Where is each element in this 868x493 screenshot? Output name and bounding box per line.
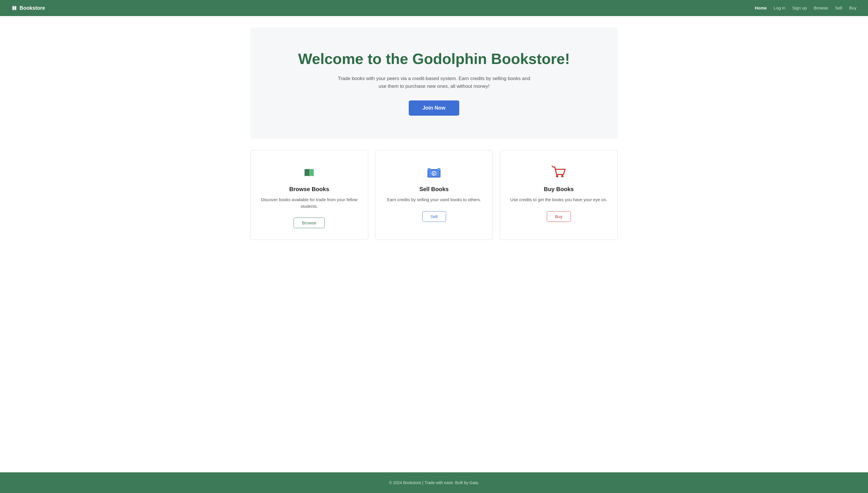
svg-rect-9 — [438, 168, 440, 170]
browse-button[interactable]: Browse — [294, 217, 325, 228]
brand-name: Bookstore — [20, 5, 45, 11]
browse-card-description: Discover books available for trade from … — [260, 197, 359, 210]
hero-description: Trade books with your peers via a credit… — [334, 74, 534, 90]
sell-button[interactable]: Sell — [422, 211, 446, 222]
svg-text:$: $ — [433, 172, 434, 175]
hero-section: Welcome to the Godolphin Bookstore! Trad… — [250, 27, 618, 138]
book-logo-icon — [12, 5, 17, 11]
nav-browse[interactable]: Browse — [814, 5, 828, 10]
sell-card-description: Earn credits by selling your used books … — [385, 197, 484, 203]
buy-icon — [509, 164, 608, 180]
svg-point-10 — [556, 175, 558, 177]
sell-card-title: Sell Books — [385, 186, 484, 193]
buy-card: Buy Books Use credits to get the books y… — [500, 150, 618, 240]
sell-card: $ Sell Books Earn credits by selling you… — [375, 150, 493, 240]
svg-point-11 — [561, 175, 564, 177]
nav-buy[interactable]: Buy — [849, 5, 856, 10]
nav-links: Home Log in Sign up Browse Sell Buy — [755, 5, 856, 10]
buy-card-description: Use credits to get the books you have yo… — [509, 197, 608, 203]
footer: © 2024 Bookstore | Trade with ease. Buil… — [0, 472, 868, 493]
svg-line-12 — [552, 166, 553, 167]
footer-text: © 2024 Bookstore | Trade with ease. Buil… — [389, 480, 479, 485]
browse-card-title: Browse Books — [260, 186, 359, 193]
buy-button[interactable]: Buy — [547, 211, 571, 222]
nav-home[interactable]: Home — [755, 5, 767, 10]
hero-title: Welcome to the Godolphin Bookstore! — [268, 50, 600, 68]
cards-section: Browse Books Discover books available fo… — [250, 150, 618, 240]
join-now-button[interactable]: Join Now — [409, 101, 459, 116]
sell-icon: $ — [385, 164, 484, 180]
buy-card-title: Buy Books — [509, 186, 608, 193]
nav-signup[interactable]: Sign up — [792, 5, 807, 10]
browse-icon — [260, 164, 359, 180]
svg-rect-8 — [428, 168, 430, 170]
browse-card: Browse Books Discover books available fo… — [250, 150, 368, 240]
brand[interactable]: Bookstore — [12, 5, 45, 11]
navbar: Bookstore Home Log in Sign up Browse Sel… — [0, 0, 868, 16]
nav-sell[interactable]: Sell — [835, 5, 842, 10]
svg-rect-1 — [13, 6, 14, 10]
svg-rect-2 — [15, 6, 16, 10]
nav-login[interactable]: Log in — [774, 5, 785, 10]
